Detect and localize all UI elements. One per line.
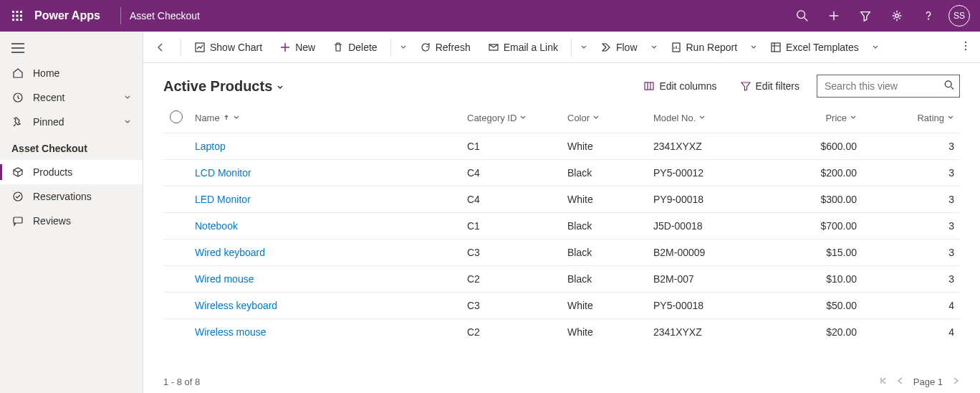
delete-dropdown[interactable] [397, 37, 410, 57]
sidebar-item-label: Pinned [33, 116, 64, 128]
select-all-header[interactable] [163, 103, 189, 133]
column-header-rating[interactable]: Rating [863, 103, 960, 133]
column-header-price[interactable]: Price [777, 103, 863, 133]
hamburger-icon[interactable] [0, 37, 143, 61]
new-button[interactable]: New [272, 37, 322, 57]
more-commands-button[interactable] [957, 36, 974, 58]
svg-rect-21 [14, 217, 22, 223]
table-row[interactable]: Wireless mouse C2 White 2341XYXZ $20.00 … [163, 319, 960, 346]
col-label: Rating [917, 113, 944, 123]
search-icon[interactable] [944, 80, 954, 93]
cell-name[interactable]: LED Monitor [189, 186, 461, 213]
back-button[interactable] [149, 36, 172, 59]
row-select-cell[interactable] [163, 186, 189, 213]
sidebar-item-home[interactable]: Home [0, 61, 143, 85]
row-select-cell[interactable] [163, 293, 189, 319]
flow-button[interactable]: Flow [593, 37, 645, 57]
cell-rating: 3 [863, 160, 960, 186]
table-row[interactable]: LED Monitor C4 White PY9-00018 $300.00 3 [163, 186, 960, 213]
column-header-color[interactable]: Color [562, 103, 648, 133]
row-select-cell[interactable] [163, 133, 189, 160]
cell-name[interactable]: LCD Monitor [189, 160, 461, 186]
cmdbar-separator [181, 39, 181, 56]
table-row[interactable]: Laptop C1 White 2341XYXZ $600.00 3 [163, 133, 960, 160]
table-row[interactable]: Wired mouse C2 Black B2M-007 $10.00 3 [163, 266, 960, 293]
delete-button[interactable]: Delete [325, 37, 384, 57]
cmd-label: Email a Link [504, 42, 558, 53]
chevron-down-icon [947, 113, 954, 123]
check-circle-icon [11, 191, 24, 202]
cell-name[interactable]: Notebook [189, 213, 461, 240]
run-report-button[interactable]: Run Report [663, 37, 745, 57]
cell-name[interactable]: Wireless keyboard [189, 293, 461, 319]
search-input[interactable] [817, 75, 960, 98]
chevron-down-icon [124, 116, 131, 128]
refresh-button[interactable]: Refresh [413, 37, 478, 57]
show-chart-button[interactable]: Show Chart [187, 37, 269, 57]
sidebar-item-recent[interactable]: Recent [0, 85, 143, 110]
row-select-cell[interactable] [163, 213, 189, 240]
table-row[interactable]: Wireless keyboard C3 White PY5-00018 $50… [163, 293, 960, 319]
cell-name[interactable]: Wired mouse [189, 266, 461, 293]
cell-rating: 4 [863, 319, 960, 346]
table-row[interactable]: Wired keyboard C3 Black B2M-00009 $15.00… [163, 240, 960, 266]
app-launcher-icon[interactable] [6, 4, 29, 27]
filter-icon[interactable] [850, 0, 881, 32]
cell-rating: 3 [863, 186, 960, 213]
cell-category: C2 [461, 319, 562, 346]
grid-footer: 1 - 8 of 8 Page 1 [143, 370, 980, 393]
edit-columns-button[interactable]: Edit columns [638, 77, 722, 95]
cell-category: C1 [461, 133, 562, 160]
sidebar-item-products[interactable]: Products [0, 160, 143, 184]
user-avatar[interactable]: SS [948, 5, 970, 27]
search-icon[interactable] [787, 0, 818, 32]
column-header-category[interactable]: Category ID [461, 103, 562, 133]
cell-name[interactable]: Wireless mouse [189, 319, 461, 346]
sidebar: Home Recent Pinned Asset Checkout Produc… [0, 32, 143, 393]
email-link-button[interactable]: Email a Link [481, 37, 565, 57]
sidebar-item-pinned[interactable]: Pinned [0, 110, 143, 134]
cell-price: $600.00 [777, 133, 863, 160]
sidebar-item-reviews[interactable]: Reviews [0, 209, 143, 233]
tool-label: Edit columns [659, 80, 716, 92]
settings-icon[interactable] [881, 0, 913, 32]
cell-color: White [562, 319, 648, 346]
row-select-cell[interactable] [163, 160, 189, 186]
column-header-name[interactable]: Name [189, 103, 461, 133]
chevron-down-icon [233, 113, 240, 123]
table-row[interactable]: LCD Monitor C4 Black PY5-00012 $200.00 3 [163, 160, 960, 186]
first-page-button[interactable] [879, 377, 888, 387]
row-select-cell[interactable] [163, 240, 189, 266]
trash-icon [332, 42, 344, 53]
cell-price: $15.00 [777, 240, 863, 266]
cell-name[interactable]: Laptop [189, 133, 461, 160]
cell-rating: 3 [863, 133, 960, 160]
email-dropdown[interactable] [577, 37, 590, 57]
excel-templates-button[interactable]: Excel Templates [763, 37, 866, 57]
prev-page-button[interactable] [896, 377, 905, 387]
flow-icon [600, 42, 612, 53]
run-report-dropdown[interactable] [747, 37, 760, 57]
cell-name[interactable]: Wired keyboard [189, 240, 461, 266]
columns-icon [643, 80, 655, 92]
cmd-label: Refresh [436, 42, 471, 53]
pin-icon [11, 116, 24, 128]
row-select-cell[interactable] [163, 266, 189, 293]
edit-filters-button[interactable]: Edit filters [734, 77, 805, 95]
cell-model: 2341XYXZ [648, 133, 777, 160]
cmd-label: Run Report [686, 42, 738, 53]
column-header-model[interactable]: Model No. [648, 103, 777, 133]
help-icon[interactable] [913, 0, 944, 32]
sidebar-item-reservations[interactable]: Reservations [0, 184, 143, 209]
excel-dropdown[interactable] [869, 37, 882, 57]
report-icon [671, 42, 682, 53]
flow-dropdown[interactable] [648, 37, 660, 57]
add-icon[interactable] [818, 0, 850, 32]
next-page-button[interactable] [951, 377, 960, 387]
cmd-label: Flow [616, 42, 638, 53]
table-row[interactable]: Notebook C1 Black J5D-00018 $700.00 3 [163, 213, 960, 240]
svg-rect-4 [16, 15, 19, 17]
svg-rect-8 [20, 19, 22, 21]
row-select-cell[interactable] [163, 319, 189, 346]
view-title-selector[interactable]: Active Products [163, 78, 284, 95]
